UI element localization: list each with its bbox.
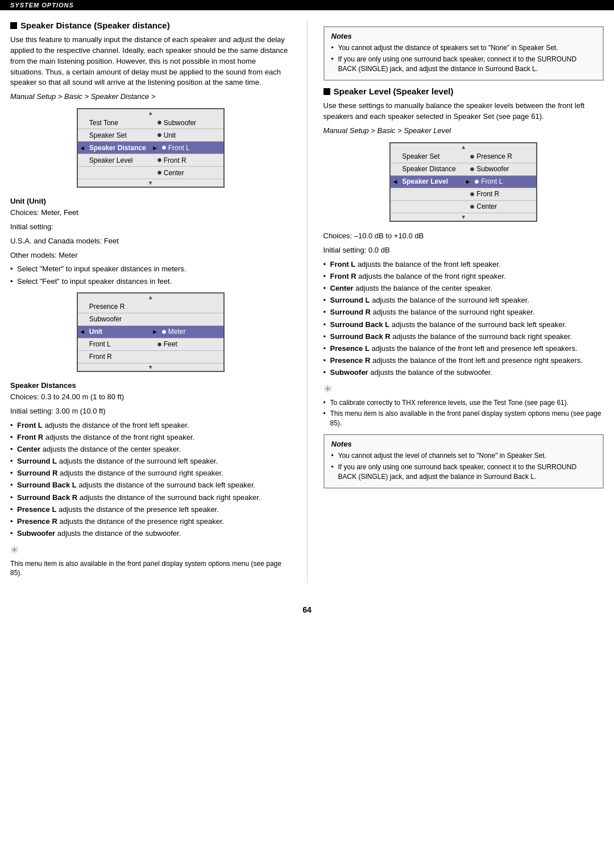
level-bullets-list: Front L adjusts the balance of the front… [323,259,604,378]
header-label: SYSTEM OPTIONS [10,2,74,9]
dist-bullet-5: Surround R adjusts the distance of the s… [10,468,291,478]
unit-usa: U.S.A. and Canada models: Feet [10,236,291,247]
page-number: 64 [0,600,614,618]
dot-center-r [470,205,474,209]
right-column: Notes You cannot adjust the distance of … [307,20,604,582]
menu-speaker-distance: ▲ Test Tone Subwoofer Speaker Set Unit [77,108,225,188]
note2-bullet-2: If you are only using one surround back … [331,462,596,482]
dot-meter [162,330,166,334]
left-path: Manual Setup > Basic > Speaker Distance … [10,92,291,102]
unit-bullet-1: Select "Meter" to input speaker distance… [10,264,291,274]
dist-bullet-9: Presence R adjusts the distance of the p… [10,516,291,527]
dist-bullet-3: Center adjusts the distance of the cente… [10,444,291,454]
menu-row-center-r[interactable]: Center [391,201,536,213]
left-intro: Use this feature to manually input the d… [10,35,291,88]
level-bullet-10: Subwoofer adjusts the balance of the sub… [323,367,604,378]
right-tip-2: This menu item is also available in the … [323,409,604,428]
dist-bullet-10: Subwoofer adjusts the distance of the su… [10,528,291,539]
page: SYSTEM OPTIONS Speaker Distance (Speaker… [0,0,614,868]
scroll-up-1: ▲ [78,109,223,117]
unit-other: Other models: Meter [10,250,291,261]
arrow-left-level: ◄ [391,178,400,185]
notes-list-1: You cannot adjust the distance of speake… [331,43,596,73]
dot-frontl [162,146,166,150]
arrow-right-selected: ► [151,144,160,151]
dist-bullet-6: Surround Back L adjusts the distance of … [10,480,291,490]
notes-title-2: Notes [331,440,596,448]
right-path: Manual Setup > Basic > Speaker Level [323,126,604,137]
scroll-up-2: ▲ [78,294,223,301]
note2-bullet-1: You cannot adjust the level of channels … [331,451,596,461]
level-bullet-4: Surround L adjusts the balance of the su… [323,295,604,305]
level-bullet-8: Presence L adjusts the balance of the fr… [323,344,604,354]
distances-bullets-list: Front L adjusts the distance of the fron… [10,420,291,539]
right-tip-1: To calibrate correctly to THX reference … [323,398,604,408]
menu-row-frontr-2[interactable]: Front R [78,351,223,363]
unit-title: Unit (Unit) [10,197,291,205]
scroll-down-2: ▼ [78,363,223,371]
section-square-icon [10,22,17,29]
level-bullet-7: Surround Back R adjusts the balance of t… [323,332,604,342]
dot-subwoofer [157,121,161,125]
dot-frontr-r [470,192,474,196]
menu-unit: ▲ Presence R Subwoofer ◄ Unit ► [77,292,225,372]
dist-bullet-7: Surround Back R adjusts the distance of … [10,493,291,503]
dot-center-1 [157,171,161,175]
menu-row-speaker-distance-selected[interactable]: ◄ Speaker Distance ► Front L [78,142,223,154]
dot-unit [157,133,161,137]
dist-bullet-1: Front L adjusts the distance of the fron… [10,420,291,431]
tip-icon-right: ✳ [323,382,604,396]
dist-bullet-2: Front R adjusts the distance of the fron… [10,432,291,443]
menu-row-presence-r[interactable]: Presence R [78,301,223,313]
menu-row-speaker-level[interactable]: Speaker Level Front R [78,154,223,167]
left-tip: ✳ This menu item is also available in th… [10,543,291,578]
notes-box-2: Notes You cannot adjust the level of cha… [323,434,604,489]
level-bullet-6: Surround Back L adjusts the balance of t… [323,320,604,330]
menu-speaker-level: ▲ Speaker Set Presence R Speaker Distanc… [389,142,537,222]
scroll-down-1: ▼ [78,179,223,187]
right-section-title: Speaker Level (Speaker level) [323,86,604,96]
scroll-up-3: ▲ [391,143,536,151]
scroll-down-3: ▼ [391,213,536,221]
level-initial: Initial setting: 0.0 dB [323,245,604,256]
level-bullet-3: Center adjusts the balance of the center… [323,283,604,294]
left-tip-text: This menu item is also available in the … [10,560,281,577]
menu-row-speaker-set-r[interactable]: Speaker Set Presence R [391,151,536,163]
menu-row-frontr-r[interactable]: Front R [391,188,536,201]
arrow-right-unit: ► [151,328,160,335]
level-bullet-2: Front R adjusts the balance of the front… [323,271,604,282]
note1-bullet-2: If you are only using one surround back … [331,55,596,74]
menu-row-frontl-2[interactable]: Front L Feet [78,338,223,351]
section-square-icon-2 [323,88,330,95]
notes-list-2: You cannot adjust the level of channels … [331,451,596,481]
header-bar: SYSTEM OPTIONS [0,0,614,10]
dot-subwoofer-r [470,167,474,171]
dot-presence-r [470,155,474,159]
unit-initial: Initial setting: [10,222,291,233]
unit-bullets-list: Select "Meter" to input speaker distance… [10,264,291,286]
arrow-left-selected: ◄ [78,144,87,151]
menu-row-center-1[interactable]: Center [78,167,223,179]
menu-row-speaker-set[interactable]: Speaker Set Unit [78,129,223,142]
level-bullet-9: Presence R adjusts the balance of the fr… [323,356,604,366]
menu-row-unit-selected[interactable]: ◄ Unit ► Meter [78,326,223,338]
dot-feet [157,342,161,346]
menu-row-speaker-dist-r[interactable]: Speaker Distance Subwoofer [391,163,536,176]
arrow-left-unit: ◄ [78,328,87,335]
left-column: Speaker Distance (Speaker distance) Use … [10,20,291,582]
menu-row-subwoofer-2[interactable]: Subwoofer [78,313,223,326]
menu-row-speaker-level-selected[interactable]: ◄ Speaker Level ► Front L [391,176,536,188]
dot-frontr [157,158,161,162]
tip-icon-left: ✳ [10,543,291,557]
arrow-right-level: ► [463,178,472,185]
notes-box-1: Notes You cannot adjust the distance of … [323,26,604,81]
menu-row-test-tone[interactable]: Test Tone Subwoofer [78,117,223,129]
notes-title-1: Notes [331,32,596,40]
right-intro: Use these settings to manually balance t… [323,101,604,122]
dist-bullet-4: Surround L adjusts the distance of the s… [10,456,291,466]
dot-frontl-r [475,180,479,184]
level-choices: Choices: –10.0 dB to +10.0 dB [323,231,604,242]
unit-bullet-2: Select "Feet" to input speaker distances… [10,276,291,287]
right-tip: ✳ To calibrate correctly to THX referenc… [323,382,604,428]
left-section-title: Speaker Distance (Speaker distance) [10,20,291,30]
